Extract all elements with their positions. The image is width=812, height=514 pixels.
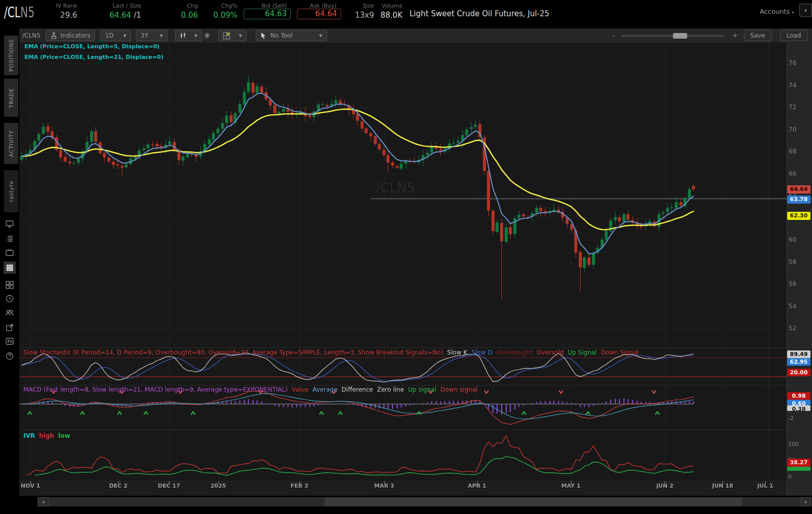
- chevron-down-icon: ▼: [239, 34, 242, 38]
- sidebar-tv-icon[interactable]: [4, 247, 16, 259]
- sidebar-tab-tastyfx[interactable]: tastyfx: [4, 170, 18, 212]
- axis-badge: 20.00: [787, 369, 810, 376]
- stoch-legend-item: Slow K: [447, 349, 467, 356]
- sidebar-fx-icon[interactable]: [4, 335, 16, 347]
- price-axis-label: 70: [789, 126, 796, 133]
- scroll-left-button[interactable]: ◂: [38, 497, 49, 506]
- chg-pct-label: Chg%: [207, 3, 238, 9]
- price-axis-label: 60: [789, 236, 796, 243]
- axis-badge: [787, 467, 810, 471]
- chevron-down-icon: ▾: [792, 10, 794, 15]
- bid-box[interactable]: 64.63: [244, 9, 291, 19]
- collapse-panel-button[interactable]: ‹: [799, 4, 812, 17]
- flask-icon: [50, 32, 57, 39]
- chevron-down-icon: ▼: [194, 34, 197, 38]
- app-root: /CLN5 IV Rank 29.6 Last / Size 64.64 /1 …: [0, 0, 812, 514]
- volume-value: 88.0K: [377, 10, 402, 20]
- stoch-legend-item: Up Signal: [568, 349, 597, 356]
- macd-legend-item: Zero line: [377, 386, 404, 393]
- iv-rank-label: IV Rank: [52, 3, 77, 9]
- chg-value: 0.06: [173, 10, 198, 20]
- bid-value: 64.63: [244, 9, 290, 19]
- stoch-legend-item: Slow Stochastic (K Period=14, D Period=9…: [23, 349, 443, 356]
- sidebar-tab-activity[interactable]: ACTIVITY: [4, 123, 18, 164]
- x-axis-tick-label: MAR 3: [374, 483, 394, 489]
- price-axis-label: 72: [789, 104, 796, 111]
- axis-badge: 64.64: [787, 185, 810, 194]
- sidebar-monitor-icon[interactable]: [4, 218, 16, 230]
- macd-legend-item: Up signal: [408, 386, 436, 393]
- stoch-legend-item: Overbought: [496, 349, 532, 356]
- last-size-value: 64.64 /1: [106, 10, 141, 20]
- axis-badge: 89.49: [787, 350, 810, 358]
- chart-settings-button[interactable]: [200, 30, 214, 41]
- indicators-button[interactable]: Indicators: [46, 30, 95, 41]
- x-axis-tick-label: DEC 17: [158, 483, 180, 489]
- chart-type-dropdown[interactable]: ▼: [175, 30, 202, 41]
- load-button[interactable]: Load: [780, 30, 807, 41]
- size-value: 13x9: [349, 10, 374, 20]
- price-axis-label: 68: [789, 148, 796, 155]
- ivr-legend: IVRhighlow: [23, 432, 74, 439]
- iv-rank-value: 29.6: [52, 10, 77, 20]
- x-axis-tick-label: NOV 1: [21, 483, 40, 489]
- timeframe-dropdown[interactable]: 1D▼: [100, 30, 131, 41]
- sidebar-list-icon[interactable]: [4, 233, 16, 245]
- price-axis-label: 56: [789, 280, 796, 287]
- macd-legend-item: MACD (Fast length=8, Slow length=21, MAC…: [23, 386, 288, 393]
- sidebar-people-icon[interactable]: [4, 307, 16, 319]
- ema5-legend: EMA (Price=CLOSE, Length=5, Displace=0): [24, 43, 159, 50]
- sidebar-box-arrow-icon[interactable]: [4, 322, 16, 334]
- scroll-right-button[interactable]: ▸: [800, 497, 811, 506]
- tool-dropdown[interactable]: No Tool ▼: [256, 30, 327, 41]
- range-dropdown[interactable]: 3Y▼: [136, 30, 167, 41]
- last-size-label: Last / Size: [106, 3, 141, 9]
- left-sidebar: POSITIONS TRADE ACTIVITY tastyfx: [0, 23, 19, 514]
- stoch-legend-item: Slow D: [471, 349, 492, 356]
- gear-icon: [204, 31, 210, 40]
- cursor-icon: [260, 32, 266, 39]
- chevron-down-icon: ▼: [319, 34, 322, 38]
- volume-field: Volume 88.0K: [377, 3, 402, 20]
- price-axis-label: 52: [789, 325, 796, 332]
- chart-canvas[interactable]: [0, 0, 812, 514]
- sidebar-clock-icon[interactable]: [4, 293, 16, 305]
- price-axis-label: 76: [789, 59, 796, 67]
- zoom-slider-thumb[interactable]: [673, 33, 687, 39]
- quote-header: /CLN5 IV Rank 29.6 Last / Size 64.64 /1 …: [0, 0, 812, 23]
- chart-toolbar: /CLN5 Indicators 1D▼ 3Y▼ ▼ ▼ No Tool ▼ -…: [19, 28, 812, 43]
- zoom-in-label[interactable]: +: [732, 31, 738, 39]
- chg-pct-value: 0.09%: [207, 10, 238, 20]
- last-size-field: Last / Size 64.64 /1: [106, 3, 141, 20]
- accounts-menu[interactable]: Accounts ▾: [760, 8, 794, 15]
- candlestick-icon: [180, 32, 187, 39]
- panel-axis-label: -2: [788, 415, 794, 422]
- sidebar-tab-positions[interactable]: POSITIONS: [4, 36, 18, 75]
- chevron-down-icon: ▼: [160, 34, 163, 38]
- layout-dropdown[interactable]: ▼: [218, 30, 247, 41]
- sidebar-tab-trade[interactable]: TRADE: [4, 79, 18, 117]
- x-axis-tick-label: 2025: [211, 483, 226, 489]
- chevron-down-icon: ▼: [123, 34, 126, 38]
- macd-legend: MACD (Fast length=8, Slow length=21, MAC…: [23, 386, 482, 393]
- chg-label: Chg: [173, 3, 198, 9]
- axis-badge: 62.30: [787, 212, 810, 220]
- sidebar-grid-icon[interactable]: [4, 279, 16, 291]
- ask-box[interactable]: 64.64: [297, 9, 341, 19]
- x-axis-tick-label: APR 1: [468, 483, 487, 489]
- instrument-description: Light Sweet Crude Oil Futures, Jul-25: [410, 9, 549, 18]
- sidebar-help-icon[interactable]: [4, 350, 16, 362]
- chg-pct-field: Chg% 0.09%: [207, 3, 238, 20]
- price-axis-label: 74: [789, 82, 796, 89]
- volume-label: Volume: [377, 3, 402, 9]
- zoom-out-label[interactable]: -: [613, 31, 615, 39]
- macd-legend-item: Value: [292, 386, 309, 393]
- stoch-legend-item: Down Signal: [601, 349, 639, 356]
- ivr-legend-item: IVR: [23, 432, 35, 439]
- time-scrollbar: ◂ ▸: [0, 496, 812, 508]
- scrollbar-thumb[interactable]: [325, 497, 742, 506]
- ema21-legend: EMA (Price=CLOSE, Length=21, Displace=0): [24, 54, 163, 60]
- iv-rank-field: IV Rank 29.6: [52, 3, 77, 20]
- save-button[interactable]: Save: [744, 30, 771, 41]
- sidebar-chart-grid-icon[interactable]: [4, 262, 16, 274]
